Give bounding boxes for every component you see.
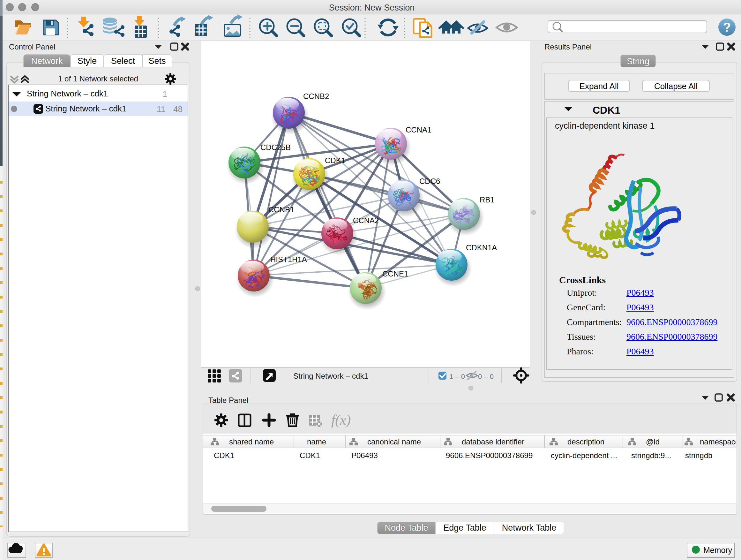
svg-text:1 – 0: 1 – 0 bbox=[449, 373, 465, 381]
svg-text:f(x): f(x) bbox=[331, 412, 351, 428]
svg-text:?: ? bbox=[723, 20, 731, 34]
svg-text:0 – 0: 0 – 0 bbox=[478, 373, 494, 381]
